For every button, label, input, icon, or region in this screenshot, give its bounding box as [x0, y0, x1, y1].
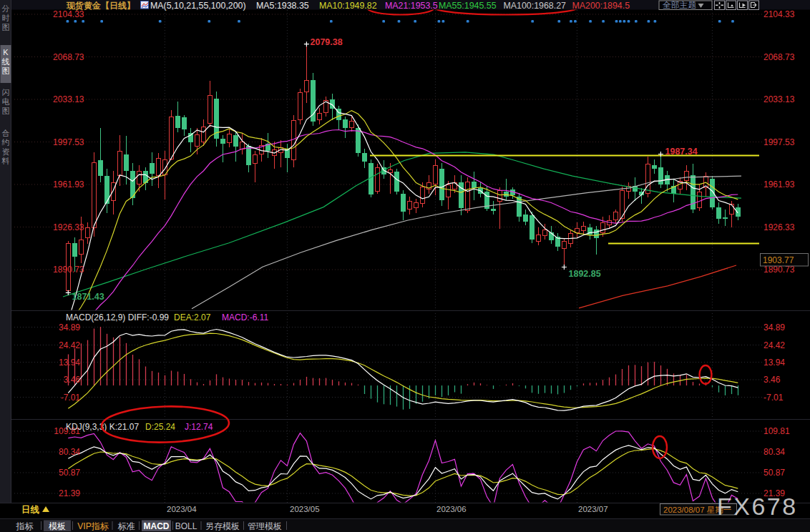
svg-text:闪: 闪 — [2, 88, 10, 97]
svg-text:约: 约 — [1, 138, 10, 147]
svg-text:D:25.24: D:25.24 — [145, 422, 175, 432]
svg-text:全部主题: 全部主题 — [663, 0, 696, 10]
svg-text:资: 资 — [2, 147, 10, 156]
svg-text:BOLL: BOLL — [175, 521, 197, 531]
svg-text:MACD(26,12,9) DIFF:-0.99: MACD(26,12,9) DIFF:-0.99 — [66, 312, 169, 322]
svg-text:模板: 模板 — [49, 521, 66, 531]
svg-text:DEA:2.07: DEA:2.07 — [174, 312, 211, 322]
svg-text:VIP指标: VIP指标 — [77, 521, 109, 531]
svg-text:24.42: 24.42 — [59, 340, 80, 350]
svg-text:13.94: 13.94 — [59, 358, 80, 368]
svg-text:50.87: 50.87 — [59, 468, 80, 478]
svg-text:MA10:1949.82: MA10:1949.82 — [319, 1, 377, 11]
svg-text:2068.73: 2068.73 — [53, 52, 84, 62]
svg-text:1961.93: 1961.93 — [53, 179, 84, 189]
svg-text:图: 图 — [2, 107, 10, 115]
svg-text:1890.73: 1890.73 — [53, 265, 84, 275]
svg-text:料: 料 — [1, 157, 10, 165]
svg-text:MA55:1945.55: MA55:1945.55 — [439, 1, 497, 11]
svg-text:1926.33: 1926.33 — [763, 222, 795, 232]
svg-text:MA5:1938.35: MA5:1938.35 — [256, 1, 309, 11]
svg-text:图: 图 — [2, 66, 10, 75]
svg-text:2033.13: 2033.13 — [763, 94, 795, 104]
svg-text:MA(5,10,21,55,100,200): MA(5,10,21,55,100,200) — [150, 1, 246, 11]
svg-text:管理模板: 管理模板 — [248, 521, 282, 531]
svg-text:MACD:-6.11: MACD:-6.11 — [222, 312, 268, 322]
svg-text:109.81: 109.81 — [763, 426, 790, 436]
svg-text:J:12.74: J:12.74 — [185, 422, 213, 432]
svg-text:MA21:1953.5: MA21:1953.5 — [385, 1, 438, 11]
svg-text:电: 电 — [2, 97, 10, 106]
svg-text:-7.01: -7.01 — [61, 393, 81, 403]
svg-text:1997.53: 1997.53 — [53, 137, 84, 147]
svg-text:线: 线 — [2, 57, 10, 66]
svg-text:时: 时 — [2, 14, 10, 22]
svg-text:2068.73: 2068.73 — [763, 52, 795, 62]
svg-text:3.46: 3.46 — [64, 375, 81, 385]
svg-text:2104.33: 2104.33 — [53, 9, 84, 19]
svg-text:现货黄金【日线】: 现货黄金【日线】 — [66, 1, 135, 11]
svg-text:34.89: 34.89 — [59, 322, 80, 332]
svg-text:1926.33: 1926.33 — [53, 222, 84, 232]
svg-text:1961.93: 1961.93 — [763, 179, 795, 189]
svg-text:2023/06: 2023/06 — [436, 505, 467, 513]
svg-text:50.87: 50.87 — [763, 468, 785, 478]
svg-text:13.94: 13.94 — [763, 358, 785, 368]
svg-text:80.34: 80.34 — [59, 447, 80, 457]
svg-text:1987.34: 1987.34 — [665, 147, 698, 157]
svg-text:1903.77: 1903.77 — [763, 255, 794, 265]
svg-text:1892.85: 1892.85 — [569, 269, 601, 279]
svg-text:-7.01: -7.01 — [763, 393, 784, 403]
svg-text:2104.33: 2104.33 — [763, 9, 795, 19]
svg-text:指标: 指标 — [16, 521, 34, 531]
svg-text:1997.53: 1997.53 — [763, 137, 795, 147]
svg-text:24.42: 24.42 — [763, 340, 785, 350]
svg-text:1871.43: 1871.43 — [72, 292, 104, 302]
svg-text:日线: 日线 — [21, 505, 40, 515]
svg-text:80.34: 80.34 — [763, 447, 785, 457]
svg-text:分: 分 — [2, 4, 10, 13]
svg-text:标准: 标准 — [118, 521, 135, 531]
svg-text:3.46: 3.46 — [763, 375, 781, 385]
svg-text:2023/05: 2023/05 — [290, 505, 320, 513]
svg-text:图: 图 — [2, 23, 10, 31]
svg-text:另存模板: 另存模板 — [205, 521, 240, 531]
svg-text:合: 合 — [2, 129, 10, 137]
svg-text:2079.38: 2079.38 — [311, 37, 343, 47]
svg-text:2023/07: 2023/07 — [578, 505, 608, 513]
svg-text:MA100:1968.27: MA100:1968.27 — [504, 1, 567, 11]
svg-text:2023/04: 2023/04 — [167, 505, 197, 513]
svg-text:34.89: 34.89 — [763, 322, 785, 332]
svg-text:21.39: 21.39 — [59, 488, 80, 498]
svg-text:MA200:1894.5: MA200:1894.5 — [572, 1, 630, 11]
svg-text:K: K — [3, 48, 9, 56]
svg-text:FX678: FX678 — [717, 493, 798, 520]
svg-text:MACD: MACD — [144, 521, 170, 531]
svg-text:2033.13: 2033.13 — [53, 94, 84, 104]
